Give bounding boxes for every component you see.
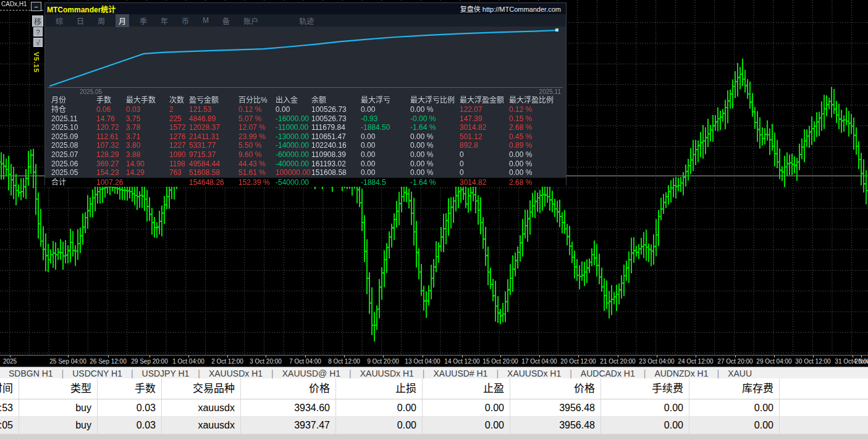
stats-cell: [126, 178, 169, 187]
stats-cell: 21411.31: [189, 132, 238, 142]
stats-cell: -54000.00: [276, 178, 311, 187]
time-axis-label: 23 Oct 04:00: [639, 358, 674, 365]
symbol-tab-SDBGN-H1[interactable]: SDBGN H1: [0, 369, 62, 378]
panel-tab-币[interactable]: 币: [179, 14, 192, 27]
minimize-button[interactable]: −: [31, 2, 41, 11]
version-label: V5.15: [33, 52, 40, 73]
stats-cell: 0.00: [361, 168, 410, 177]
help-button[interactable]: ?: [33, 27, 43, 36]
time-axis-tick: [383, 356, 384, 357]
stats-cell: 3.71: [126, 132, 169, 142]
stats-cell: 12028.37: [189, 123, 238, 132]
stats-cell: 51608.58: [189, 168, 238, 177]
panel-tab-账户[interactable]: 账户: [240, 14, 261, 27]
symbol-tab-XAUUSDx-H1[interactable]: XAUUSDx H1: [352, 369, 423, 378]
panel-tab-M[interactable]: M: [200, 15, 212, 26]
stats-cell: 152.39 %: [238, 178, 276, 187]
trade-table: 时间类型手数交易品种价格止损止盈价格手续费库存费:53buy0.03xauusd…: [0, 378, 868, 434]
stats-cell: 百分比%: [238, 96, 276, 105]
time-axis-label: 27 Oct 20:00: [717, 358, 752, 365]
trade-cell: buy: [19, 399, 98, 417]
stats-cell: -1.64 %: [410, 123, 460, 132]
stats-cell: 手数: [96, 96, 126, 105]
stats-cell: 0.12 %: [509, 105, 561, 114]
stats-cell: 120.72: [96, 123, 126, 132]
symbol-tab-USDCNY-H1[interactable]: USDCNY H1: [64, 369, 131, 378]
symbol-tab-XAUUSD#-H1[interactable]: XAUUSD# H1: [424, 369, 496, 378]
stats-cell: 0.00 %: [410, 132, 460, 142]
trade-cell: 0.00: [601, 399, 689, 417]
time-axis-label: 29 Oct 04:00: [756, 358, 791, 365]
trade-cell: :05: [0, 417, 19, 434]
mt-terminal-screen: CADx,H1 − 移 ? √ V5.15 MTCommander统计 复盘侠 …: [0, 0, 868, 439]
trade-cell: 止损: [336, 378, 423, 399]
stats-cell: 0.00: [361, 132, 410, 142]
trade-cell: 0.00: [336, 417, 423, 434]
time-axis-label: 8 Oct 12:00: [328, 358, 360, 365]
stats-cell: 盈亏金额: [189, 96, 238, 105]
stats-cell: 111679.84: [311, 123, 361, 132]
stats-cell: 0.00: [361, 141, 410, 150]
stats-cell: 5331.77: [189, 141, 238, 150]
symbol-tab-XAUUSD@-H1[interactable]: XAUUSD@ H1: [274, 369, 349, 378]
stats-cell: 23.99 %: [238, 132, 276, 142]
time-axis-tick: [462, 356, 463, 357]
stats-cell: 107.32: [96, 141, 126, 150]
symbol-tab-AUDCADx-H1[interactable]: AUDCADx H1: [572, 369, 644, 378]
time-axis-tick: [305, 356, 306, 357]
panel-tab-日[interactable]: 日: [74, 14, 87, 27]
check-button[interactable]: √: [33, 38, 43, 47]
panel-tab-季[interactable]: 季: [137, 14, 150, 27]
stats-row-label: 2025.11: [51, 114, 96, 124]
stats-cell: 0.00 %: [410, 105, 460, 114]
symbol-tab-XAUU[interactable]: XAUU: [719, 369, 761, 378]
trade-row[interactable]: :53buy0.03xauusdx3934.600.000.003956.480…: [0, 399, 868, 417]
stats-cell: -0.00 %: [410, 114, 460, 124]
stats-cell: 49584.44: [189, 160, 238, 169]
stats-cell: 122.07: [460, 105, 509, 114]
stats-cell: 100526.73: [311, 105, 361, 114]
panel-tab-轨迹[interactable]: 轨迹: [296, 14, 317, 27]
time-axis-tick: [539, 356, 540, 357]
stats-cell: 14.90: [126, 160, 169, 169]
stats-row-label: 2025.07: [51, 150, 96, 160]
panel-tab-年[interactable]: 年: [158, 14, 171, 27]
stats-row-label: 2025.06: [51, 160, 96, 169]
time-axis-label: 21 Oct 20:00: [600, 358, 635, 365]
symbol-tab-AUDNZDx-H1[interactable]: AUDNZDx H1: [646, 369, 717, 378]
time-axis-tick: [150, 356, 150, 357]
stats-cell: 0.00 %: [410, 141, 460, 150]
panel-brand-link[interactable]: 复盘侠 http://MTCommander.com: [460, 4, 566, 14]
time-axis-tick: [813, 356, 814, 357]
time-axis-tick: [68, 356, 69, 357]
stats-cell: 501.12: [460, 132, 509, 142]
panel-tab-综[interactable]: 综: [53, 14, 66, 27]
stats-cell: 14.76: [96, 114, 126, 124]
stats-cell: -11000.00: [276, 123, 311, 132]
equity-curve-canvas: [45, 27, 566, 96]
time-axis-label: 17 Oct 04:00: [521, 358, 557, 365]
panel-tab-备[interactable]: 备: [219, 14, 233, 27]
stats-cell: 0.45 %: [509, 132, 561, 142]
stats-cell: 110908.39: [311, 150, 361, 160]
stats-cell: 最大浮亏比例: [410, 96, 460, 105]
stats-cell: 最大浮亏: [361, 96, 410, 105]
stats-cell: 2: [169, 105, 189, 114]
stats-cell: 3014.82: [460, 123, 509, 132]
stats-cell: 112.61: [96, 132, 126, 142]
trade-cell: 手数: [98, 378, 162, 399]
stats-row: 2025.07128.293.8810909715.379.60 %-60000…: [45, 150, 566, 160]
panel-tab-月[interactable]: 月: [116, 14, 129, 27]
time-axis-label: 26 Sep 12:00: [90, 358, 127, 365]
stats-cell: [311, 178, 361, 187]
statistics-panel-titlebar[interactable]: MTCommander统计 复盘侠 http://MTCommander.com: [45, 3, 566, 14]
symbol-tab-USDJPY-H1[interactable]: USDJPY H1: [133, 369, 198, 378]
stats-cell: -1.64 %: [410, 178, 460, 187]
stats-cell: -1884.50: [361, 123, 410, 132]
symbol-tab-XAUUSDx-H1[interactable]: XAUUSDx H1: [200, 369, 271, 378]
move-button[interactable]: 移: [32, 15, 43, 27]
trade-row[interactable]: :05buy0.03xauusdx3937.470.000.003956.480…: [0, 417, 868, 434]
panel-tab-周[interactable]: 周: [95, 14, 108, 27]
symbol-tab-XAUUSDx-H1[interactable]: XAUUSDx H1: [499, 369, 570, 378]
time-axis[interactable]: 202525 Sep 04:0026 Sep 12:0029 Sep 20:00…: [0, 355, 868, 367]
